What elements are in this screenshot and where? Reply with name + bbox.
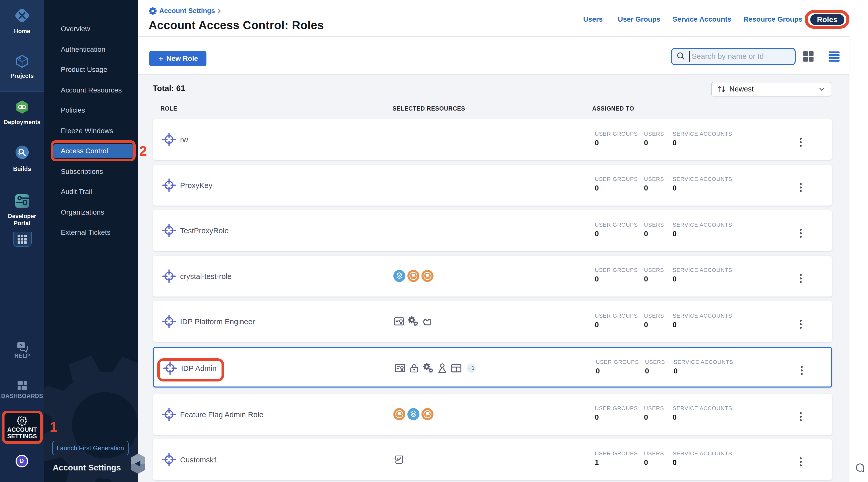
svg-text:?: ? (20, 343, 23, 348)
